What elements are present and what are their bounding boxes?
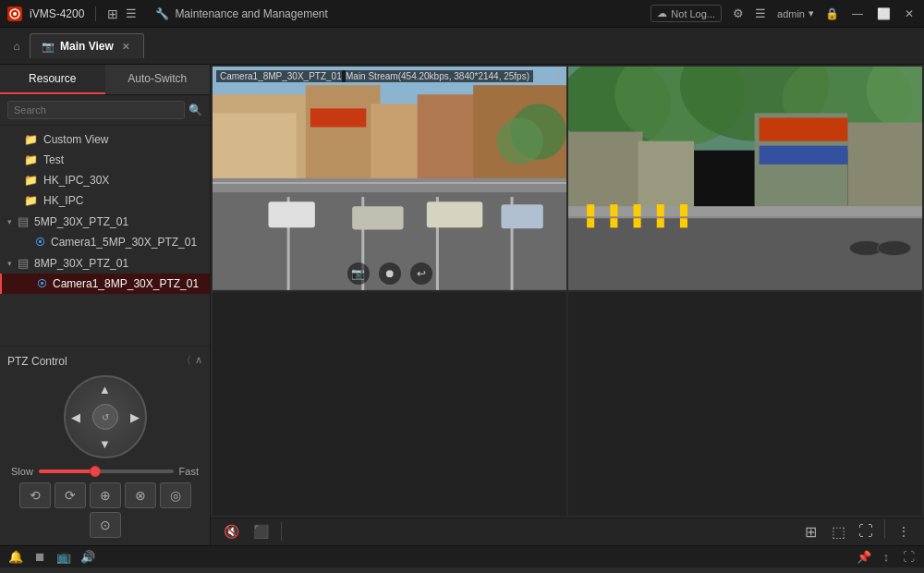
ptz-zoom-out-button[interactable]: ⟳	[55, 482, 86, 508]
ptz-down-button[interactable]: ▼	[99, 437, 111, 451]
empty-cell-3	[213, 292, 566, 516]
resource-tree: 📁 Custom View 📁 Test 📁 HK_IPC_30X 📁 HK_I…	[0, 126, 210, 346]
svg-rect-37	[587, 204, 594, 227]
titlebar: iVMS-4200 ⊞ ☰ 🔧 Maintenance and Manageme…	[0, 0, 924, 28]
playback-button[interactable]: ↩	[410, 262, 432, 285]
tab-resource[interactable]: Resource	[0, 65, 105, 94]
ptz-expand-icon[interactable]: ∧	[195, 354, 202, 368]
close-button[interactable]: ✕	[902, 6, 917, 21]
maintenance-tab[interactable]: 🔧 Maintenance and Management	[144, 7, 338, 20]
user-label: admin	[777, 8, 805, 19]
snapshot-button[interactable]: 📷	[347, 262, 370, 285]
restore-icon[interactable]: ↕	[878, 549, 894, 566]
minimize-button[interactable]: —	[850, 6, 865, 21]
tree-item-hk-ipc[interactable]: 📁 HK_IPC	[0, 190, 210, 211]
tree-item-label: 5MP_30X_PTZ_01	[34, 215, 128, 228]
intercom-icon[interactable]: 📺	[55, 549, 72, 566]
video-close-1[interactable]: ✕	[554, 70, 563, 82]
lock-icon[interactable]: 🔒	[825, 7, 839, 20]
tree-item-8mp-group[interactable]: ▾ ▤ 8MP_30X_PTZ_01	[0, 252, 210, 274]
app-icon	[7, 6, 22, 21]
folder-icon: 📁	[24, 133, 38, 146]
sidebar: Resource Auto-Switch 🔍 📁 Custom View 📁 T…	[0, 65, 211, 545]
user-dropdown-icon[interactable]: ▾	[808, 7, 814, 19]
ptz-up-button[interactable]: ▲	[99, 383, 111, 396]
volume-button[interactable]: 🔇	[218, 519, 244, 543]
fullscreen-status-icon[interactable]: ⛶	[900, 549, 917, 566]
video-cell-3[interactable]	[213, 292, 566, 516]
svg-rect-39	[634, 204, 641, 227]
video-grid: Camera1_8MP_30X_PTZ_01 Main Stream(454.2…	[211, 65, 924, 518]
tab-autoswitch[interactable]: Auto-Switch	[105, 65, 211, 94]
svg-rect-15	[268, 201, 314, 227]
grid-icon[interactable]: ⊞	[107, 6, 118, 21]
ptz-zoom-in-button[interactable]: ⟲	[19, 482, 51, 508]
tree-item-test[interactable]: 📁 Test	[0, 150, 210, 170]
layout-buttons: ⊞ ⬚ ⛶ ⋮	[797, 519, 917, 543]
svg-rect-36	[568, 206, 922, 217]
svg-rect-40	[657, 204, 664, 227]
tree-item-5mp-group[interactable]: ▾ ▤ 5MP_30X_PTZ_01	[0, 211, 210, 232]
list-icon[interactable]: ☰	[755, 6, 766, 20]
tree-item-label: Camera1_8MP_30X_PTZ_01	[53, 277, 199, 290]
tree-item-hk-ipc-30x[interactable]: 📁 HK_IPC_30X	[0, 170, 210, 190]
maintenance-icon: 🔧	[155, 7, 169, 20]
nav-home-icon[interactable]: ⌂	[7, 37, 26, 55]
tree-item-camera-5mp[interactable]: ⦿ Camera1_5MP_30X_PTZ_01	[0, 232, 210, 252]
maintenance-label: Maintenance and Management	[175, 7, 327, 20]
svg-rect-38	[610, 204, 617, 227]
menu-icon[interactable]: ☰	[126, 6, 137, 20]
ptz-speed-slider[interactable]	[39, 469, 174, 473]
ptz-collapse-icon[interactable]: 〈	[181, 354, 191, 368]
cloud-icon: ☁	[657, 7, 667, 19]
group-folder-icon: ▤	[18, 214, 29, 228]
video-cell-2[interactable]	[568, 67, 922, 290]
folder-icon: 📁	[24, 174, 38, 187]
speed-slow-label: Slow	[11, 466, 33, 477]
ptz-focus-far-button[interactable]: ⊗	[125, 482, 156, 508]
more-options-button[interactable]: ⋮	[891, 519, 917, 543]
tree-item-camera-8mp[interactable]: ⦿ Camera1_8MP_30X_PTZ_01	[0, 274, 210, 294]
cloud-status[interactable]: ☁ Not Log...	[650, 5, 722, 22]
ptz-left-button[interactable]: ◀	[71, 410, 80, 424]
tree-item-label: 8MP_30X_PTZ_01	[34, 257, 128, 270]
svg-point-43	[878, 240, 911, 255]
ptz-center-button[interactable]: ↺	[92, 404, 118, 430]
settings-icon[interactable]: ⚙	[733, 6, 744, 20]
ptz-joystick: ▲ ▼ ◀ ▶ ↺	[7, 375, 202, 458]
video-controls-1: 📷 ⏺ ↩	[347, 262, 432, 285]
layout-4-button[interactable]: ⊞	[797, 519, 823, 543]
tab-main-view[interactable]: 📷 Main View ✕	[30, 33, 144, 58]
ptz-circle: ▲ ▼ ◀ ▶ ↺	[64, 375, 147, 458]
fullscreen-button[interactable]: ⛶	[853, 519, 879, 543]
stream-info-1: Main Stream(454.20kbps, 3840*2144, 25fps…	[342, 70, 533, 82]
audio-icon[interactable]: 🔊	[79, 549, 96, 566]
ptz-iris-open-button[interactable]: ◎	[160, 482, 191, 508]
svg-rect-34	[760, 146, 848, 165]
status-right-icons: 📌 ↕ ⛶	[856, 549, 917, 566]
record-all-button[interactable]: ⬛	[248, 519, 274, 543]
tab-close-button[interactable]: ✕	[119, 40, 132, 53]
svg-rect-14	[213, 178, 566, 192]
video-cell-4[interactable]	[568, 292, 922, 516]
ptz-speed-thumb[interactable]	[90, 466, 101, 477]
toolbar-divider	[281, 522, 282, 541]
folder-icon: 📁	[24, 194, 38, 207]
record-status-icon[interactable]: ⏹	[31, 549, 48, 566]
svg-rect-18	[501, 204, 542, 228]
restore-button[interactable]: ⬜	[876, 6, 891, 21]
group-folder-icon: ▤	[18, 256, 29, 270]
record-button[interactable]: ⏺	[379, 262, 401, 285]
navbar: ⌂ 📷 Main View ✕	[0, 28, 924, 65]
search-icon[interactable]: 🔍	[188, 104, 202, 116]
ptz-right-button[interactable]: ▶	[130, 410, 140, 424]
ptz-iris-close-button[interactable]: ⊙	[90, 512, 121, 538]
alarm-icon[interactable]: 🔔	[7, 549, 24, 566]
ptz-focus-near-button[interactable]: ⊕	[90, 482, 121, 508]
layout-single-button[interactable]: ⬚	[825, 519, 851, 543]
tree-item-custom-view[interactable]: 📁 Custom View	[0, 129, 210, 150]
video-label-1: Camera1_8MP_30X_PTZ_01	[216, 70, 346, 82]
search-input[interactable]	[7, 101, 185, 119]
video-cell-1[interactable]: Camera1_8MP_30X_PTZ_01 Main Stream(454.2…	[213, 67, 566, 290]
pin-icon[interactable]: 📌	[856, 549, 872, 566]
